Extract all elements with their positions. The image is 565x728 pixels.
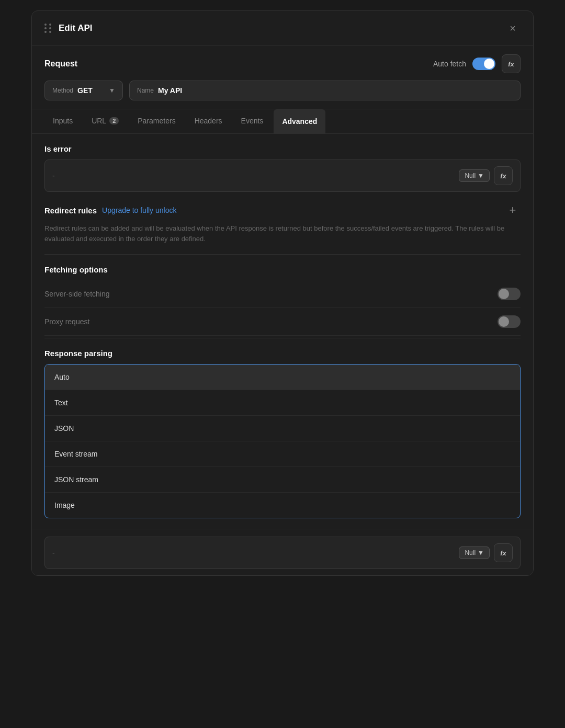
null-button[interactable]: Null ▼ (459, 169, 490, 182)
is-error-right: Null ▼ fx (459, 166, 513, 185)
proxy-toggle-knob (499, 316, 509, 327)
tab-inputs-label: Inputs (53, 117, 73, 125)
edit-api-modal: Edit API × Request Auto fetch fx Method … (31, 10, 534, 576)
bottom-chevron-icon: ▼ (478, 549, 484, 556)
close-button[interactable]: × (505, 20, 521, 36)
modal-title: Edit API (59, 23, 93, 33)
server-side-toggle[interactable] (498, 288, 521, 300)
auto-fetch-label: Auto fetch (433, 60, 466, 68)
tab-events[interactable]: Events (233, 109, 272, 133)
dropdown-item-text[interactable]: Text (45, 390, 520, 416)
is-error-input-row: - Null ▼ fx (44, 160, 521, 192)
method-value: GET (77, 86, 105, 95)
auto-fetch-toggle[interactable] (472, 58, 495, 70)
proxy-toggle[interactable] (498, 315, 521, 328)
bottom-bar: - Null ▼ fx (32, 529, 533, 575)
modal-title-group: Edit API (44, 23, 93, 33)
redirect-header: Redirect rules Upgrade to fully unlock + (44, 202, 521, 218)
name-field[interactable]: Name My API (129, 81, 521, 100)
bottom-fx-button[interactable]: fx (494, 543, 513, 562)
bottom-right: Null ▼ fx (459, 543, 513, 562)
dropdown-item-image[interactable]: Image (45, 493, 520, 518)
tab-parameters-label: Parameters (138, 117, 175, 125)
tab-events-label: Events (241, 117, 264, 125)
method-label: Method (52, 87, 73, 94)
proxy-label: Proxy request (44, 317, 89, 326)
request-header: Request Auto fetch fx (44, 54, 521, 73)
bottom-null-label: Null (465, 549, 476, 556)
request-section: Request Auto fetch fx Method GET ▼ Name … (32, 46, 533, 109)
tab-parameters[interactable]: Parameters (129, 109, 184, 133)
bottom-input-row: - Null ▼ fx (44, 537, 521, 569)
dropdown-item-event-stream[interactable]: Event stream (45, 441, 520, 467)
tab-headers[interactable]: Headers (186, 109, 231, 133)
dropdown-item-json-stream[interactable]: JSON stream (45, 467, 520, 493)
redirect-rules-section: Redirect rules Upgrade to fully unlock +… (44, 202, 521, 244)
dropdown-item-json[interactable]: JSON (45, 416, 520, 441)
request-title: Request (44, 59, 77, 69)
null-label: Null (465, 172, 476, 179)
name-value: My API (158, 86, 182, 95)
redirect-description: Redirect rules can be added and will be … (44, 223, 521, 244)
toggle-knob (484, 59, 494, 69)
proxy-request-row: Proxy request (44, 308, 521, 336)
tab-url-badge: 2 (109, 117, 119, 124)
dropdown-item-auto[interactable]: Auto (45, 365, 520, 390)
redirect-title: Redirect rules (44, 206, 97, 215)
tab-inputs[interactable]: Inputs (44, 109, 81, 133)
null-chevron-icon: ▼ (478, 172, 484, 179)
server-side-toggle-knob (499, 289, 509, 299)
tab-advanced[interactable]: Advanced (274, 109, 325, 133)
bottom-dash: - (52, 549, 55, 557)
request-controls: Auto fetch fx (433, 54, 521, 73)
server-side-fetching-row: Server-side fetching (44, 280, 521, 308)
is-error-fx-button[interactable]: fx (494, 166, 513, 185)
add-redirect-rule-button[interactable]: + (505, 202, 521, 218)
is-error-dash: - (52, 172, 55, 180)
bottom-null-button[interactable]: Null ▼ (459, 547, 490, 559)
tab-headers-label: Headers (195, 117, 222, 125)
tab-url[interactable]: URL 2 (83, 109, 127, 133)
tabs-bar: Inputs URL 2 Parameters Headers Events A… (32, 109, 533, 134)
tab-advanced-label: Advanced (282, 117, 317, 126)
response-parsing-dropdown: Auto Text JSON Event stream JSON stream … (44, 364, 521, 518)
main-content: Is error - Null ▼ fx Redirect rules Upgr… (32, 134, 533, 529)
is-error-section: Is error - Null ▼ fx (44, 144, 521, 192)
tab-url-label: URL (92, 117, 106, 125)
chevron-down-icon: ▼ (109, 87, 115, 94)
fetching-options-section: Fetching options Server-side fetching Pr… (44, 254, 521, 336)
upgrade-link[interactable]: Upgrade to fully unlock (102, 206, 176, 214)
request-fx-button[interactable]: fx (502, 54, 521, 73)
drag-handle[interactable] (44, 24, 52, 33)
fetching-options-title: Fetching options (44, 265, 521, 274)
is-error-title: Is error (44, 144, 521, 153)
modal-header: Edit API × (32, 11, 533, 46)
response-parsing-section: Response parsing Auto Text JSON Event st… (44, 338, 521, 518)
name-label: Name (137, 87, 154, 94)
method-select[interactable]: Method GET ▼ (44, 81, 123, 100)
response-parsing-title: Response parsing (44, 349, 521, 358)
redirect-title-group: Redirect rules Upgrade to fully unlock (44, 206, 176, 215)
method-name-row: Method GET ▼ Name My API (44, 81, 521, 100)
server-side-label: Server-side fetching (44, 290, 110, 298)
